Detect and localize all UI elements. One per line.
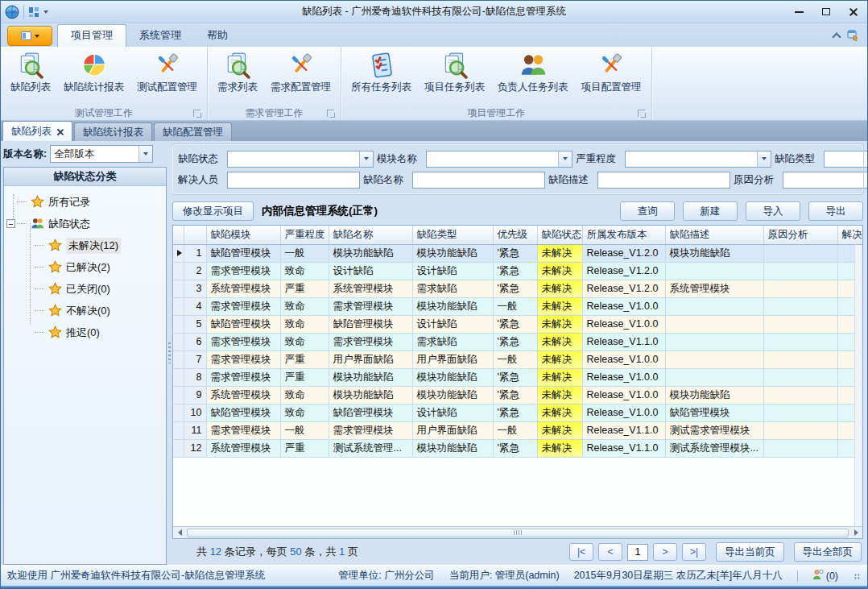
row-selector-header (173, 226, 184, 244)
minimize-button[interactable] (785, 3, 812, 21)
column-header[interactable]: 原因分析 (763, 226, 837, 244)
table-row[interactable]: 8需求管理模块严重模块功能缺陷模块功能缺陷'紧急未解决Release_V1.0.… (173, 368, 862, 386)
skin-style-icon[interactable] (846, 28, 859, 44)
next-page-button[interactable]: > (653, 543, 677, 561)
table-row[interactable]: 5缺陷管理模块致命缺陷管理模块设计缺陷'紧急未解决Release_V1.0.0 (173, 315, 862, 333)
doc-tab-defect-config[interactable]: 缺陷配置管理 (154, 122, 232, 141)
maximize-button[interactable] (812, 3, 840, 21)
ribbon-button[interactable]: 缺陷统计报表 (59, 50, 129, 106)
tree-item[interactable]: 已关闭(0) (4, 278, 166, 300)
prev-page-button[interactable]: < (598, 543, 622, 561)
ribbon-button[interactable]: 所有任务列表 (346, 50, 416, 106)
tree-item[interactable]: 推迟(0) (4, 321, 166, 343)
star-icon (48, 304, 62, 317)
tree-item[interactable]: 已解决(2) (4, 256, 166, 278)
cell-status: 未解决 (537, 333, 582, 350)
table-row[interactable]: 4需求管理模块致命需求管理模块模块功能缺陷一般未解决Release_V1.0.0 (173, 297, 862, 315)
ribbon-tab-help[interactable]: 帮助 (194, 25, 241, 47)
filter-label: 缺陷状态 (178, 152, 224, 166)
doc-tab-defect-stats[interactable]: 缺陷统计报表 (74, 122, 152, 141)
ribbon-button[interactable]: 负责人任务列表 (493, 50, 573, 106)
tree-item[interactable]: 未解决(12) (4, 234, 166, 256)
dialog-launcher-icon[interactable] (193, 110, 200, 117)
collapse-box-icon[interactable] (6, 219, 15, 228)
scrollbar-thumb[interactable] (187, 529, 849, 537)
column-header[interactable]: 严重程度 (280, 226, 329, 244)
filter-label: 模块名称 (377, 152, 423, 166)
column-header[interactable]: 缺陷状态 (537, 226, 582, 244)
scroll-left-icon[interactable] (173, 527, 186, 538)
cell-cause (763, 315, 837, 333)
sidebar-splitter[interactable] (167, 141, 172, 565)
table-row[interactable]: 2需求管理模块致命设计缺陷设计缺陷'紧急未解决Release_V1.2.0 (173, 262, 862, 280)
dialog-launcher-icon[interactable] (638, 110, 645, 117)
cell-desc (665, 350, 763, 368)
filter-module-name-input[interactable] (427, 151, 558, 167)
column-header[interactable]: 缺陷名称 (329, 226, 412, 244)
ribbon-button[interactable]: 缺陷列表 (6, 50, 56, 106)
filter-cause-analysis-input[interactable] (783, 172, 867, 188)
ribbon-tab-system-management[interactable]: 系统管理 (126, 25, 194, 47)
dialog-launcher-icon[interactable] (327, 110, 334, 117)
vertical-scrollbar[interactable] (854, 245, 862, 526)
export-current-page-button[interactable]: 导出当前页 (716, 542, 784, 562)
table-row[interactable]: 11需求管理模块一般需求管理模块用户界面缺陷一般未解决Release_V1.1.… (173, 421, 862, 439)
ribbon-button[interactable]: 项目配置管理 (577, 50, 647, 106)
table-row[interactable]: 10缺陷管理模块致命缺陷管理模块设计缺陷'紧急未解决Release_V1.0.0… (173, 404, 862, 421)
chevron-down-icon[interactable] (757, 151, 771, 167)
filter-label: 缺陷名称 (363, 173, 409, 187)
filter-defect-type-input[interactable] (825, 151, 867, 167)
filter-defect-desc-input[interactable] (598, 172, 730, 188)
chevron-down-icon[interactable] (138, 146, 152, 162)
quick-access-dropdown-icon[interactable] (43, 10, 48, 14)
layout-grid-icon[interactable] (28, 6, 39, 18)
resize-grip[interactable] (853, 572, 861, 580)
table-row[interactable]: 1缺陷管理模块一般模块功能缺陷模块功能缺陷'紧急未解决Release_V1.2.… (173, 244, 862, 262)
ribbon-button[interactable]: 需求配置管理 (266, 50, 336, 106)
first-page-button[interactable]: |< (569, 543, 593, 561)
page-number-input[interactable] (627, 544, 648, 561)
filter-resolver-input[interactable] (228, 172, 359, 188)
column-header[interactable]: 缺陷模块 (206, 226, 280, 244)
tree-item[interactable]: 不解决(0) (4, 300, 166, 321)
new-button[interactable]: 新建 (683, 201, 738, 221)
filter-severity-input[interactable] (626, 151, 757, 167)
row-number-cell: 10 (184, 404, 206, 421)
column-header[interactable]: 优先级 (493, 226, 537, 244)
application-menu-button[interactable] (7, 26, 52, 46)
ribbon-collapse-icon[interactable] (832, 32, 841, 41)
scroll-right-icon[interactable] (849, 527, 862, 538)
users-icon (519, 52, 547, 79)
export-button[interactable]: 导出 (808, 201, 863, 221)
table-row[interactable]: 3系统管理模块严重系统管理模块需求缺陷'紧急未解决Release_V1.2.0系… (173, 280, 862, 297)
export-all-pages-button[interactable]: 导出全部页 (794, 542, 862, 562)
modify-display-items-button[interactable]: 修改显示项目 (172, 201, 254, 221)
filter-defect-name-input[interactable] (413, 172, 544, 188)
tree-item[interactable]: 缺陷状态 (4, 213, 166, 234)
close-button[interactable] (840, 3, 867, 21)
column-header[interactable]: 缺陷描述 (665, 226, 763, 244)
ribbon-button[interactable]: 需求列表 (213, 50, 262, 106)
column-header[interactable]: 缺陷类型 (412, 226, 493, 244)
table-row[interactable]: 9系统管理模块致命模块功能缺陷模块功能缺陷'紧急未解决Release_V1.0.… (173, 386, 862, 404)
version-select[interactable]: 全部版本 (50, 145, 153, 163)
import-button[interactable]: 导入 (746, 201, 800, 221)
chevron-down-icon[interactable] (558, 151, 572, 167)
last-page-button[interactable]: >| (682, 543, 706, 561)
chevron-down-icon[interactable] (359, 151, 373, 167)
tab-close-icon[interactable] (56, 128, 64, 135)
doc-tab-defect-list[interactable]: 缺陷列表 (2, 121, 72, 141)
table-row[interactable]: 7需求管理模块严重用户界面缺陷用户界面缺陷一般未解决Release_V1.0.0 (173, 350, 862, 368)
message-counter[interactable]: (0) (812, 569, 838, 583)
table-row[interactable]: 12系统管理模块严重测试系统管理...模块功能缺陷'紧急未解决Release_V… (173, 439, 862, 457)
ribbon-button[interactable]: 项目任务列表 (420, 50, 490, 106)
ribbon-button[interactable]: 测试配置管理 (132, 50, 202, 106)
column-header[interactable]: 所属发布版本 (582, 226, 665, 244)
column-header[interactable]: 解决方法 (837, 226, 862, 244)
table-row[interactable]: 6需求管理模块致命需求管理模块需求缺陷'紧急未解决Release_V1.1.0 (173, 333, 862, 350)
horizontal-scrollbar[interactable] (173, 526, 862, 538)
ribbon-tab-project-management[interactable]: 项目管理 (57, 24, 126, 47)
filter-defect-status-input[interactable] (228, 151, 359, 167)
tree-item[interactable]: 所有记录 (4, 191, 166, 213)
search-button[interactable]: 查询 (620, 201, 675, 221)
